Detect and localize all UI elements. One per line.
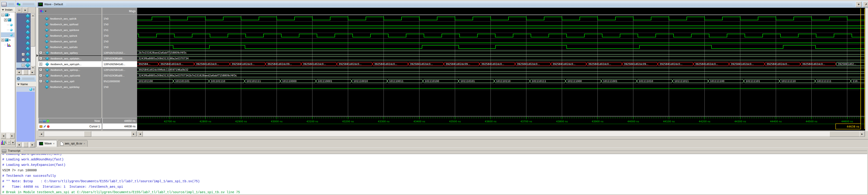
wave-vscrollbar[interactable] (865, 8, 868, 131)
scroll-thumb[interactable] (24, 142, 28, 147)
objects-list-item[interactable] (17, 46, 31, 51)
scroll-left-icon[interactable]: ◀ (38, 131, 44, 137)
scroll-thumb[interactable] (31, 17, 35, 46)
dock-grip[interactable] (9, 3, 14, 5)
close-icon[interactable]: × (84, 142, 85, 145)
scroll-left-icon[interactable]: ◀ (1, 133, 6, 139)
objects-list-item[interactable] (17, 35, 31, 41)
wave-canvas[interactable]: 2b7e151628aed2a6abf7158809cf4f3c3243f6a8… (137, 8, 865, 130)
objects-list-item[interactable]: + (17, 63, 31, 68)
scroll-left-icon[interactable]: ◀ (137, 131, 143, 137)
wave-signal-row[interactable]: /testbench_aes_spi/sck (38, 33, 102, 39)
wave-signal-row[interactable]: /testbench_aes_spi/delay (38, 84, 102, 90)
wave-signal-row[interactable]: /testbench_aes_spi/sdi (38, 39, 102, 44)
add-cursor-icon[interactable] (46, 120, 49, 122)
expand-icon[interactable]: + (39, 80, 42, 83)
objects-list[interactable]: +++ (17, 13, 31, 70)
scroll-thumb[interactable] (24, 70, 28, 75)
sim-panel-titlebar[interactable] (1, 1, 16, 7)
filter-icon[interactable] (2, 9, 4, 11)
objects-list-item[interactable] (17, 24, 31, 30)
wrench-icon[interactable] (43, 125, 46, 127)
window-icon[interactable] (43, 120, 46, 122)
scroll-down-icon[interactable]: ▼ (31, 66, 35, 70)
wave-signal-row[interactable]: /testbench_aes_spi/done (38, 27, 102, 33)
processes-hscrollbar[interactable]: ◀ ▶ (17, 142, 35, 147)
sim-tree-item[interactable] (1, 42, 14, 47)
scroll-right-icon[interactable]: ▶ (9, 133, 14, 139)
objects-list-item[interactable] (17, 19, 31, 24)
wave-titlebar[interactable]: Wave - Default + ↗ (36, 1, 868, 7)
wave-signal-row[interactable]: +/testbench_aes_spi/key (38, 50, 102, 55)
objects-hscrollbar[interactable]: ◀ ▶ (17, 70, 35, 74)
sim-tree-item[interactable]: −t (1, 12, 14, 17)
scroll-right-icon[interactable]: ▶ (30, 70, 35, 75)
cursor-row[interactable]: − Cursor 1 (38, 123, 102, 129)
expand-icon[interactable]: + (39, 68, 42, 71)
scroll-thumb[interactable] (84, 131, 91, 137)
objects-list-item[interactable]: + (17, 51, 31, 57)
dock-grip[interactable] (22, 77, 34, 80)
collapse-icon[interactable]: − (1, 13, 4, 16)
expand-icon[interactable]: + (39, 63, 42, 66)
sim-tree-item[interactable]: + (1, 17, 14, 22)
wave-signal-row[interactable]: +/testbench_aes_spi/exp... (38, 67, 102, 73)
wave-hscrollbar[interactable]: ◀ ▶ (137, 131, 865, 136)
expand-icon[interactable]: + (1, 39, 4, 41)
signal-group-icon[interactable] (40, 10, 44, 13)
wave-signal-row[interactable]: /testbench_aes_spi/clk (38, 16, 102, 22)
objects-list-item[interactable] (17, 13, 31, 19)
wave-signal-row[interactable]: +/testbench_aes_spi/plain... (38, 55, 102, 61)
lock-icon[interactable] (39, 125, 42, 128)
tab-aes-spi-tb-sv[interactable]: aes_spi_tb.sv× (58, 140, 88, 147)
expand-icon[interactable]: + (22, 53, 25, 56)
waveform-plot[interactable]: 2b7e151628aed2a6abf7158809cf4f3c3243f6a8… (137, 8, 865, 130)
names-hscrollbar[interactable]: ◀ ▶ (38, 131, 137, 136)
objects-list-item[interactable]: + (17, 57, 31, 63)
timeline-icon[interactable] (39, 120, 42, 122)
sim-tree-item[interactable] (1, 32, 14, 37)
objects-list-item[interactable] (17, 41, 31, 46)
close-icon[interactable]: × (53, 142, 55, 145)
transcript-console[interactable]: # Loading work.galoismult(fast)# Loading… (1, 154, 867, 194)
expand-icon[interactable]: + (22, 64, 25, 67)
tab-scroll-left-icon[interactable]: « (7, 140, 11, 145)
play-icon[interactable]: ▶ (23, 7, 28, 12)
scroll-left-icon[interactable]: ◀ (17, 142, 22, 147)
delete-cursor-icon[interactable]: − (47, 125, 50, 128)
chevron-down-icon[interactable] (45, 11, 46, 12)
sim-hscrollbar[interactable]: ◀ ▶ (1, 133, 14, 138)
scroll-thumb[interactable] (830, 131, 860, 137)
titlebar-grip[interactable] (24, 150, 867, 152)
process-row[interactable]: ‡ (17, 87, 35, 92)
insert-signal-icon[interactable]: ↦ (17, 7, 22, 12)
sim-tab-label[interactable]: L (5, 141, 7, 144)
sim-tree-item[interactable] (1, 22, 14, 27)
scroll-right-icon[interactable]: ▶ (131, 131, 136, 137)
expand-icon[interactable]: + (22, 58, 25, 61)
expand-icon[interactable]: + (39, 74, 42, 77)
sim-tree-item[interactable]: +s (1, 37, 14, 42)
expand-icon[interactable]: + (39, 57, 42, 60)
add-window-button[interactable]: + (856, 2, 862, 7)
wave-signal-row[interactable]: /testbench_aes_spi/load (38, 22, 102, 27)
dock-grip[interactable] (23, 3, 34, 5)
sim-tree-item[interactable] (1, 27, 14, 32)
library-tab-icon[interactable] (1, 140, 5, 145)
expand-icon[interactable]: + (39, 51, 42, 54)
scroll-up-icon[interactable]: ▲ (31, 13, 35, 18)
filter-icon[interactable] (17, 84, 20, 85)
objects-list-item[interactable] (17, 30, 31, 35)
tab-scroll-right-icon[interactable]: ▶ (11, 140, 15, 145)
scroll-right-icon[interactable]: ▶ (30, 142, 35, 147)
wave-signal-row[interactable]: +/testbench_aes_spi/i (38, 78, 102, 84)
expand-icon[interactable]: + (4, 18, 7, 22)
objects-vscrollbar[interactable]: ▲ ▼ (31, 13, 35, 70)
titlebar-grip[interactable] (66, 3, 852, 5)
tab-wave[interactable]: Wave× (36, 140, 57, 147)
processes-column-header[interactable]: Name (17, 82, 36, 87)
transcript-titlebar[interactable]: Transcript (0, 148, 868, 154)
undock-icon[interactable]: ↗ (863, 2, 868, 7)
processes-list-area[interactable] (17, 92, 35, 142)
objects-panel-titlebar[interactable] (17, 1, 36, 7)
